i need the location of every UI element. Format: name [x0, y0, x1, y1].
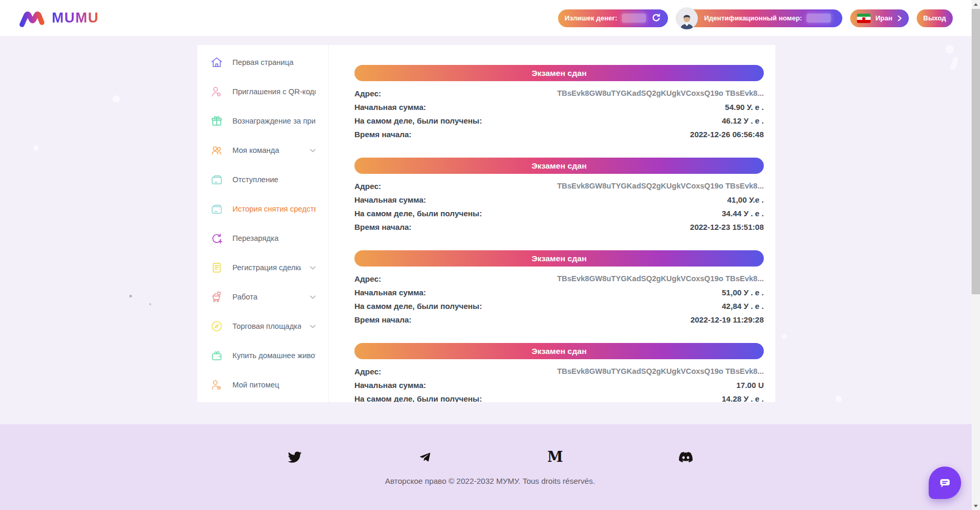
initial-amount-label: Начальная сумма: [354, 288, 426, 297]
speck-dot [149, 303, 151, 305]
sidebar-item-label: Торговая площадка [232, 322, 301, 330]
excess-money-label: Излишек денег: [565, 14, 617, 22]
chevron-down-icon [310, 266, 316, 270]
medium-glyph: M [548, 450, 563, 464]
received-value: 46.12 У . е . [722, 116, 764, 125]
invite-qr-icon [209, 85, 224, 99]
copyright-text: Авторское право © 2022-2032 МУМУ. Tous d… [0, 476, 980, 485]
chat-bubble-icon [937, 475, 953, 490]
mumu-logo[interactable]: MUMU [18, 7, 99, 29]
refresh-icon[interactable] [651, 13, 661, 23]
sidebar-item-label: Мой питомец [232, 381, 316, 389]
status-banner: Экзамен сдан [354, 158, 764, 174]
sidebar-item-recharge[interactable]: Перезарядка [197, 224, 328, 253]
snow-dot [836, 396, 842, 402]
withdrawal-history-list: Экзамен сдан Адрес:TBsEvk8GW8uTYGKadSQ2g… [329, 45, 775, 402]
address-label: Адрес: [354, 89, 381, 98]
team-icon [209, 143, 224, 158]
start-time-value: 2022-12-19 11:29:28 [691, 315, 764, 324]
address-value: TBsEvk8GW8uTYGKadSQ2gKUgkVCoxsQ19o TBsEv… [557, 182, 764, 190]
country-label: Иран [875, 14, 892, 22]
received-value: 34.44 У . е . [722, 209, 764, 218]
sidebar-item-marketplace[interactable]: Торговая площадка [197, 312, 328, 341]
identification-number-pill[interactable]: Идентификационный номер: [676, 9, 842, 27]
withdrawal-record-card: Экзамен сдан Адрес:TBsEvk8GW8uTYGKadSQ2g… [354, 250, 764, 326]
address-label: Адрес: [354, 367, 381, 376]
sidebar-item-my-team[interactable]: Моя команда [197, 136, 328, 165]
chat-widget-button[interactable] [929, 467, 961, 499]
withdrawal-record-card: Экзамен сдан Адрес:TBsEvk8GW8uTYGKadSQ2g… [354, 65, 764, 141]
scroll-up-arrow[interactable] [972, 0, 980, 8]
scrollbar-thumb[interactable] [972, 9, 980, 294]
received-label: На самом деле, были получены: [354, 394, 482, 403]
sidebar-item-label: Купить домашнее животное [232, 351, 316, 360]
marketplace-compass-icon [209, 319, 224, 334]
sidebar-item-withdrawal-history[interactable]: История снятия средств [197, 194, 328, 224]
snow-dot [945, 45, 954, 53]
medium-icon[interactable]: M [549, 450, 562, 464]
address-label: Адрес: [354, 182, 381, 191]
telegram-icon[interactable] [418, 450, 432, 464]
address-value: TBsEvk8GW8uTYGKadSQ2gKUgkVCoxsQ19o TBsEv… [557, 367, 764, 375]
start-time-value: 2022-12-23 15:51:08 [690, 223, 764, 231]
received-label: На самом деле, были получены: [354, 116, 482, 125]
sidebar-item-my-pet[interactable]: Мой питомец [197, 370, 328, 400]
sidebar-item-work[interactable]: Работа [197, 282, 328, 312]
snow-dot [34, 146, 39, 151]
iran-flag-icon [857, 14, 871, 23]
wallet-icon [209, 173, 224, 187]
address-label: Адрес: [354, 274, 381, 283]
chevron-right-icon [897, 15, 902, 21]
status-banner: Экзамен сдан [354, 250, 764, 267]
received-value: 14.28 У . е . [722, 394, 764, 403]
header-actions: Излишек денег: Идентификационный номер: [558, 9, 953, 27]
status-banner: Экзамен сдан [354, 65, 764, 81]
chevron-down-icon [310, 325, 316, 328]
initial-amount-label: Начальная сумма: [354, 195, 426, 204]
withdraw-history-icon [209, 202, 224, 216]
sidebar-item-qr-invitations[interactable]: Приглашения с QR-кодом [197, 77, 328, 106]
main-panel: Первая страница Приглашения с QR-кодом В… [197, 45, 775, 402]
identification-number-value-blurred [807, 14, 831, 23]
discord-icon[interactable] [679, 450, 693, 464]
received-value: 42,84 У . е . [722, 302, 764, 311]
sidebar-item-home[interactable]: Первая страница [197, 48, 328, 77]
speck-dot [129, 295, 132, 297]
sidebar-item-label: Моя команда [232, 146, 301, 154]
sidebar-item-label: Отступление [232, 175, 316, 184]
sidebar-item-invite-reward[interactable]: Вознаграждение за приглаше [197, 106, 328, 136]
logo-wordmark: MUMU [52, 10, 99, 26]
buy-pet-icon [209, 349, 224, 363]
logout-label: Выход [923, 14, 946, 22]
sidebar-item-label: Приглашения с QR-кодом [232, 87, 316, 96]
initial-amount-value: 51,00 У . е . [722, 288, 764, 297]
start-time-label: Время начала: [354, 223, 411, 231]
initial-amount-value: 54.90 У. е . [725, 103, 764, 112]
twitter-icon[interactable] [288, 450, 302, 464]
mumu-logo-icon [18, 7, 46, 29]
sidebar-item-label: Вознаграждение за приглаше [232, 117, 316, 125]
home-icon [209, 56, 224, 70]
top-bar: MUMU Излишек денег: Идентифи [0, 0, 980, 37]
recharge-icon [209, 231, 224, 246]
excess-money-pill[interactable]: Излишек денег: [558, 9, 668, 27]
initial-amount-label: Начальная сумма: [354, 381, 426, 390]
excess-money-value-blurred [622, 14, 646, 23]
footer: M Авторское право © 2022-2032 МУМУ. Tous… [0, 424, 980, 510]
initial-amount-value: 41,00 У.е . [727, 195, 764, 204]
sidebar-item-buy-pet[interactable]: Купить домашнее животное [197, 341, 328, 370]
logout-button[interactable]: Выход [917, 9, 953, 27]
initial-amount-value: 17.00 U [736, 381, 764, 390]
sidebar-item-deal-registration[interactable]: Регистрация сделки [197, 253, 328, 282]
country-pill[interactable]: Иран [850, 9, 908, 27]
deal-register-icon [209, 261, 224, 275]
sidebar-item-withdrawal[interactable]: Отступление [197, 165, 328, 194]
my-pet-icon [209, 378, 224, 392]
sidebar-item-label: История снятия средств [232, 205, 316, 213]
vertical-scrollbar[interactable] [972, 0, 980, 510]
scroll-down-arrow[interactable] [972, 502, 980, 510]
status-banner: Экзамен сдан [354, 343, 764, 359]
withdrawal-record-card: Экзамен сдан Адрес:TBsEvk8GW8uTYGKadSQ2g… [354, 158, 764, 234]
start-time-label: Время начала: [354, 130, 411, 139]
snow-dot [113, 95, 120, 103]
